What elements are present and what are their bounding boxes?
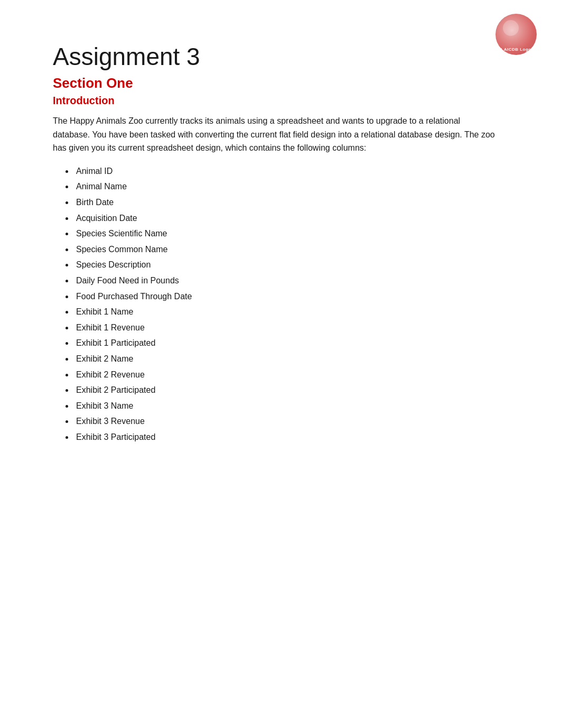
list-item: Exhibit 3 Participated [74,429,508,445]
list-item: Animal ID [74,163,508,179]
list-item: Species Common Name [74,242,508,257]
list-item: Exhibit 2 Name [74,351,508,367]
page-container: LAICDB Logo Assignment 3 Section One Int… [0,0,561,728]
list-item: Exhibit 2 Participated [74,382,508,398]
list-item: Exhibit 3 Revenue [74,413,508,429]
list-item: Birth Date [74,195,508,210]
list-item: Exhibit 1 Name [74,304,508,320]
list-item: Acquisition Date [74,210,508,226]
list-item: Food Purchased Through Date [74,289,508,305]
list-item: Animal Name [74,179,508,195]
list-item: Species Description [74,257,508,273]
intro-paragraph: The Happy Animals Zoo currently tracks i… [53,114,497,155]
list-item: Species Scientific Name [74,226,508,242]
list-item: Daily Food Need in Pounds [74,273,508,289]
list-item: Exhibit 1 Participated [74,335,508,351]
section-one-heading: Section One [53,75,508,91]
page-title: Assignment 3 [53,42,508,71]
columns-list: Animal IDAnimal NameBirth DateAcquisitio… [74,163,508,445]
introduction-subheading: Introduction [53,95,508,107]
list-item: Exhibit 2 Revenue [74,367,508,383]
list-item: Exhibit 3 Name [74,398,508,414]
logo-text: LAICDB Logo [495,47,537,52]
logo-area: LAICDB Logo [492,11,540,58]
list-item: Exhibit 1 Revenue [74,320,508,336]
logo-icon: LAICDB Logo [495,14,537,55]
